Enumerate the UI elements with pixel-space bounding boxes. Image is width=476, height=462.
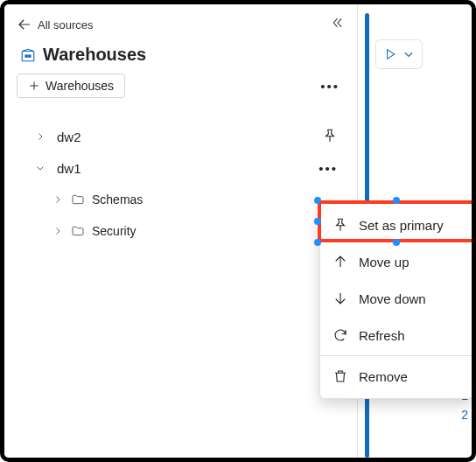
arrow-left-icon: [17, 17, 32, 32]
svg-rect-2: [29, 55, 31, 57]
menu-label: Move down: [359, 291, 426, 306]
more-button[interactable]: •••: [320, 79, 340, 94]
trash-icon: [332, 368, 348, 384]
arrow-down-icon: [332, 290, 348, 306]
chevron-right-icon: [52, 194, 64, 205]
chevron-right-icon: [52, 226, 64, 236]
plus-icon: [28, 80, 40, 92]
svg-rect-0: [22, 51, 34, 60]
svg-rect-1: [25, 55, 27, 57]
back-link[interactable]: All sources: [17, 17, 94, 32]
sidebar: All sources Warehouses Warehouses ••• dw…: [4, 4, 358, 458]
chevron-right-icon: [34, 131, 46, 142]
tree-item-more-button[interactable]: •••: [318, 161, 338, 176]
chevron-down-icon: [402, 48, 415, 60]
tree-item-label: dw1: [57, 161, 81, 176]
run-toolbar: [375, 39, 423, 69]
back-label: All sources: [38, 18, 94, 32]
play-icon: [383, 47, 397, 61]
folder-icon: [71, 192, 85, 206]
run-button[interactable]: [383, 47, 397, 61]
tree-item-dw2[interactable]: dw2: [17, 121, 345, 152]
tree-item-label: Security: [92, 224, 136, 238]
menu-item-remove[interactable]: Remove: [320, 358, 472, 395]
pin-icon[interactable]: [322, 128, 338, 146]
menu-label: Move up: [359, 255, 410, 270]
menu-label: Set as primary: [359, 218, 444, 233]
annotation-handle: [472, 239, 476, 246]
menu-item-move-up[interactable]: Move up: [320, 243, 472, 280]
chevrons-left-icon: [331, 16, 345, 30]
add-warehouse-label: Warehouses: [46, 79, 114, 93]
tree-item-dw1[interactable]: dw1 •••: [17, 152, 345, 184]
annotation-handle: [472, 197, 476, 204]
menu-item-set-primary[interactable]: Set as primary: [320, 206, 472, 243]
tree-item-label: dw2: [57, 130, 81, 144]
run-dropdown-button[interactable]: [402, 48, 415, 60]
tree-item-label: Schemas: [92, 192, 143, 206]
folder-icon: [71, 224, 85, 238]
add-warehouse-button[interactable]: Warehouses: [17, 74, 125, 98]
menu-label: Refresh: [359, 328, 405, 343]
menu-label: Remove: [359, 369, 408, 384]
warehouse-icon: [20, 47, 36, 63]
annotation-handle: [472, 218, 476, 225]
collapse-sidebar-button[interactable]: [331, 16, 345, 33]
menu-item-move-down[interactable]: Move down: [320, 280, 472, 317]
page-title: Warehouses: [43, 45, 146, 65]
pin-icon: [332, 217, 348, 233]
context-menu: Set as primary Move up Move down Refresh…: [319, 202, 473, 399]
menu-separator: [320, 355, 472, 356]
tree-item-security[interactable]: Security: [52, 215, 345, 247]
arrow-up-icon: [332, 254, 348, 270]
tree: dw2 dw1 ••• Schemas: [17, 121, 345, 247]
tree-item-schemas[interactable]: Schemas: [52, 184, 345, 215]
chevron-down-icon: [34, 163, 46, 173]
refresh-icon: [332, 327, 348, 343]
menu-item-refresh[interactable]: Refresh: [320, 317, 472, 354]
